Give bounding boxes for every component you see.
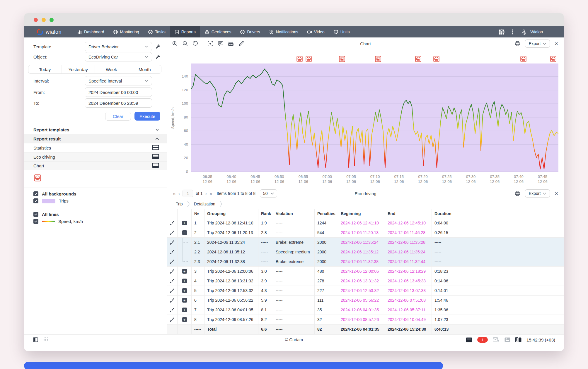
col-num[interactable]: №	[192, 209, 204, 218]
section-report-result[interactable]: Report result	[24, 134, 167, 143]
report-result-chart[interactable]: Chart	[24, 161, 167, 170]
expand-row-button[interactable]: +	[178, 218, 192, 228]
chart-plot[interactable]	[191, 63, 558, 172]
prev-page-button[interactable]: ‹	[178, 191, 180, 196]
ruler-icon[interactable]	[228, 41, 234, 47]
cell-beginning-link[interactable]: 2024-12-06 12:53:32	[338, 286, 385, 295]
nav-item-dashboard[interactable]: Dashboard	[73, 26, 109, 37]
plus-icon[interactable]: +	[182, 288, 187, 293]
print-icon[interactable]	[515, 191, 520, 196]
expand-row-button[interactable]: +	[178, 276, 192, 286]
col-duration[interactable]: Duration	[432, 209, 452, 218]
cell-beginning-link[interactable]: 2024-12-06 11:20:13	[338, 228, 385, 237]
plus-icon[interactable]: +	[182, 298, 187, 303]
comment-icon[interactable]	[218, 41, 224, 47]
show-on-map-route-icon[interactable]	[167, 276, 178, 286]
violation-photo-icon[interactable]	[339, 56, 345, 63]
all-lines-checkbox[interactable]	[33, 212, 38, 217]
violation-photo-icon[interactable]	[375, 56, 381, 63]
interval-select[interactable]: Specified interval	[85, 76, 152, 85]
cell-end-link[interactable]: 2024-12-06 13:45:38	[385, 276, 432, 286]
cell-beginning-link[interactable]: 2024-12-06 11:35:24	[338, 238, 385, 247]
zoom-in-icon[interactable]	[172, 41, 178, 47]
expand-row-button[interactable]: +	[178, 267, 192, 276]
print-icon[interactable]	[515, 41, 520, 46]
expand-row-button[interactable]: +	[178, 296, 192, 305]
eco-export-button[interactable]: Export	[525, 189, 550, 198]
apps-grid-icon[interactable]	[499, 29, 505, 35]
col-grouping[interactable]: Grouping	[204, 209, 258, 218]
user-menu[interactable]: Wialon	[521, 29, 543, 35]
mail-forward-icon[interactable]	[493, 337, 500, 342]
template-settings-wrench-icon[interactable]	[156, 44, 160, 49]
cell-end-link[interactable]: 2024-12-06 11:32:44	[385, 257, 432, 266]
col-rank[interactable]: Rank	[258, 209, 273, 218]
cell-end-link[interactable]: 2024-12-06 07:51:08	[385, 296, 432, 305]
nav-item-reports[interactable]: Reports	[170, 26, 200, 37]
col-penalties[interactable]: Penalties	[315, 209, 338, 218]
kebab-menu-icon[interactable]	[512, 29, 513, 35]
eco-close-icon[interactable]: ×	[555, 190, 558, 196]
cell-end-link[interactable]: 2024-12-06 13:07:33	[385, 286, 432, 295]
cell-beginning-link[interactable]: 2024-12-06 12:41:10	[338, 218, 385, 228]
cell-beginning-link[interactable]: 2024-12-06 04:01:35	[338, 305, 385, 315]
collapse-row-button[interactable]: −	[178, 228, 192, 237]
cell-beginning-link[interactable]: 2024-12-06 11:32:38	[338, 257, 385, 266]
reset-icon[interactable]	[192, 41, 198, 47]
section-report-templates[interactable]: Report templates	[24, 125, 167, 134]
zoom-out-icon[interactable]	[182, 41, 188, 47]
plus-icon[interactable]: +	[182, 221, 187, 225]
page-number-input[interactable]: 1	[183, 190, 193, 197]
plus-icon[interactable]: +	[182, 269, 187, 274]
split-view-icon[interactable]	[515, 337, 521, 342]
from-datetime-input[interactable]: 2024 December 06 00:00	[85, 87, 152, 97]
object-select[interactable]: EcoDriving Car	[85, 52, 152, 61]
nav-item-tasks[interactable]: Tasks	[144, 26, 170, 37]
trips-checkbox[interactable]	[33, 198, 38, 203]
expand-row-button[interactable]: +	[178, 286, 192, 295]
page-size-select[interactable]: 50	[260, 189, 277, 198]
plus-icon[interactable]: +	[182, 317, 187, 322]
to-datetime-input[interactable]: 2024 December 06 23:59	[85, 98, 152, 108]
violation-photo-icon[interactable]	[433, 56, 439, 63]
show-on-map-route-icon[interactable]	[167, 238, 178, 247]
violation-photo-icon[interactable]	[34, 174, 167, 182]
execute-button[interactable]: Execute	[134, 112, 160, 121]
cell-end-link[interactable]: 2024-12-06 10:04:49	[385, 315, 432, 324]
nav-item-drivers[interactable]: Drivers	[236, 26, 264, 37]
all-backgrounds-checkbox[interactable]	[33, 191, 38, 196]
speed-line-checkbox[interactable]	[33, 219, 38, 224]
nav-item-monitoring[interactable]: Monitoring	[109, 26, 144, 37]
plus-icon[interactable]: +	[182, 308, 187, 312]
fit-screen-icon[interactable]	[207, 41, 213, 47]
report-result-statistics[interactable]: Statistics	[24, 143, 167, 152]
template-select[interactable]: Driver Behavior	[85, 42, 152, 51]
show-on-map-route-icon[interactable]	[167, 267, 178, 276]
show-on-map-route-icon[interactable]	[167, 228, 178, 237]
show-on-map-route-icon[interactable]	[167, 315, 178, 324]
show-on-map-route-icon[interactable]	[167, 257, 178, 266]
next-page-button[interactable]: ›	[205, 191, 207, 196]
show-on-map-route-icon[interactable]	[167, 218, 178, 228]
range-yesterday-button[interactable]: Yesterday	[62, 65, 95, 73]
range-month-button[interactable]: Month	[128, 65, 161, 73]
expand-row-button[interactable]: +	[178, 305, 192, 315]
violation-photo-icon[interactable]	[520, 56, 526, 63]
report-result-eco-driving[interactable]: Eco driving	[24, 152, 167, 161]
nav-item-video[interactable]: Video	[303, 26, 329, 37]
nav-item-geofences[interactable]: Geofences	[200, 26, 236, 37]
show-on-map-route-icon[interactable]	[167, 247, 178, 257]
violation-photo-icon[interactable]	[550, 56, 556, 63]
pencil-icon[interactable]	[238, 41, 244, 47]
show-on-map-route-icon[interactable]	[167, 305, 178, 315]
close-window-button[interactable]	[34, 18, 38, 22]
violation-photo-icon[interactable]	[296, 56, 303, 63]
cell-end-link[interactable]: 2024-12-06 12:45:10	[385, 218, 432, 228]
cell-end-link[interactable]: 2024-12-06 05:37:11	[385, 305, 432, 315]
cell-beginning-link[interactable]: 2024-12-06 13:31:32	[338, 276, 385, 286]
layout-toggle-icon[interactable]	[33, 337, 38, 342]
range-week-button[interactable]: Week	[95, 65, 128, 73]
notification-count-badge[interactable]: 1	[477, 337, 488, 343]
messages-panel-icon[interactable]	[466, 337, 472, 342]
wialon-logo[interactable]: wialon	[24, 26, 73, 37]
